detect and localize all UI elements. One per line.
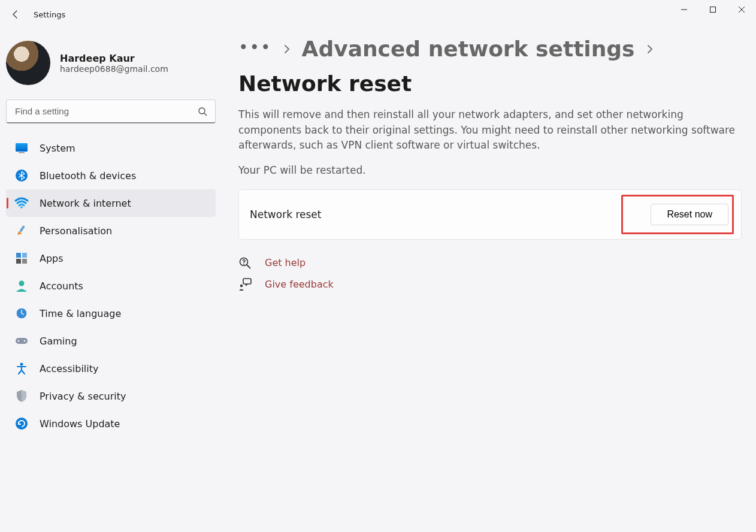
get-help-link[interactable]: Get help [265, 257, 306, 268]
apps-icon [14, 251, 29, 265]
svg-point-14 [19, 281, 25, 286]
svg-point-21 [16, 418, 28, 430]
clock-globe-icon [14, 306, 29, 321]
close-button[interactable] [727, 0, 756, 19]
svg-point-8 [20, 206, 23, 208]
get-help-row[interactable]: Get help [238, 256, 742, 270]
back-button[interactable] [6, 5, 25, 24]
svg-point-18 [18, 340, 20, 342]
chevron-right-icon [646, 43, 654, 55]
minimize-icon [681, 6, 688, 13]
sidebar-item-apps[interactable]: Apps [6, 244, 216, 272]
shield-icon [14, 389, 29, 403]
title-bar: Settings [0, 0, 756, 29]
sidebar-item-accessibility[interactable]: Accessibility [6, 355, 216, 382]
help-icon [238, 256, 252, 270]
sidebar-item-time-language[interactable]: Time & language [6, 300, 216, 327]
gamepad-icon [14, 334, 29, 348]
sidebar-item-privacy[interactable]: Privacy & security [6, 382, 216, 410]
svg-rect-10 [16, 253, 21, 258]
sidebar-item-label: Gaming [40, 335, 210, 347]
sidebar-item-windows-update[interactable]: Windows Update [6, 410, 216, 437]
chevron-right-icon [283, 43, 291, 55]
give-feedback-link[interactable]: Give feedback [265, 279, 334, 290]
wifi-icon [14, 196, 29, 210]
sidebar-item-label: Bluetooth & devices [40, 170, 210, 182]
sidebar-item-system[interactable]: System [6, 134, 216, 162]
svg-rect-6 [19, 152, 25, 153]
accessibility-icon [14, 361, 29, 376]
search-icon [198, 107, 207, 116]
sidebar-item-label: System [40, 143, 210, 154]
give-feedback-row[interactable]: Give feedback [238, 278, 742, 291]
paintbrush-icon [14, 223, 29, 238]
svg-rect-9 [19, 225, 25, 232]
sidebar-item-personalisation[interactable]: Personalisation [6, 217, 216, 244]
app-title: Settings [34, 10, 65, 19]
back-arrow-icon [11, 10, 20, 19]
feedback-icon [238, 278, 252, 291]
svg-rect-13 [22, 259, 27, 264]
main-content: ••• Advanced network settings Network re… [238, 37, 742, 300]
breadcrumb: ••• Advanced network settings Network re… [238, 37, 742, 95]
network-reset-card: Network reset Reset now [238, 189, 742, 240]
svg-point-20 [20, 363, 23, 366]
bluetooth-icon [14, 168, 29, 183]
page-title: Network reset [238, 72, 412, 96]
minimize-button[interactable] [670, 0, 698, 19]
svg-point-23 [243, 264, 244, 265]
svg-point-26 [240, 284, 243, 286]
accounts-icon [14, 279, 29, 293]
sidebar-item-label: Personalisation [40, 225, 210, 237]
avatar [6, 41, 50, 85]
sidebar-item-label: Accounts [40, 280, 210, 292]
svg-rect-5 [16, 143, 28, 152]
svg-line-24 [247, 265, 250, 268]
svg-line-3 [204, 113, 207, 116]
sidebar: Hardeep Kaur hardeep0688@gmail.com Syste… [0, 30, 222, 443]
sidebar-item-network[interactable]: Network & internet [6, 189, 216, 217]
sidebar-item-label: Windows Update [40, 418, 210, 430]
window-controls [670, 0, 756, 19]
svg-rect-1 [710, 7, 716, 13]
profile-email: hardeep0688@gmail.com [60, 64, 168, 74]
description-text: This will remove and then reinstall all … [238, 107, 742, 153]
maximize-button[interactable] [698, 0, 727, 19]
search-wrap [6, 99, 216, 123]
svg-point-19 [24, 340, 26, 342]
reset-now-button[interactable]: Reset now [651, 204, 728, 225]
svg-rect-17 [16, 338, 28, 344]
search-input[interactable] [6, 99, 216, 123]
search-button[interactable] [193, 102, 212, 121]
close-icon [738, 6, 745, 13]
sidebar-item-label: Apps [40, 253, 210, 264]
maximize-icon [709, 6, 716, 13]
update-icon [14, 416, 29, 431]
svg-rect-11 [22, 253, 27, 258]
svg-point-2 [199, 108, 205, 114]
sidebar-item-bluetooth[interactable]: Bluetooth & devices [6, 162, 216, 189]
nav-list: System Bluetooth & devices Network & int… [6, 134, 216, 437]
breadcrumb-more-button[interactable]: ••• [238, 39, 272, 59]
sidebar-item-label: Privacy & security [40, 391, 210, 402]
sidebar-item-label: Accessibility [40, 363, 210, 374]
breadcrumb-parent[interactable]: Advanced network settings [302, 37, 635, 61]
sidebar-item-label: Network & internet [40, 198, 210, 209]
svg-rect-12 [16, 259, 21, 264]
sidebar-item-accounts[interactable]: Accounts [6, 272, 216, 300]
profile-block[interactable]: Hardeep Kaur hardeep0688@gmail.com [6, 37, 216, 98]
system-icon [14, 141, 29, 155]
svg-rect-25 [243, 279, 251, 284]
sidebar-item-gaming[interactable]: Gaming [6, 327, 216, 355]
profile-name: Hardeep Kaur [60, 53, 168, 64]
restart-note: Your PC will be restarted. [238, 164, 742, 176]
sidebar-item-label: Time & language [40, 308, 210, 319]
card-label: Network reset [250, 208, 321, 220]
highlight-annotation: Reset now [621, 195, 734, 234]
